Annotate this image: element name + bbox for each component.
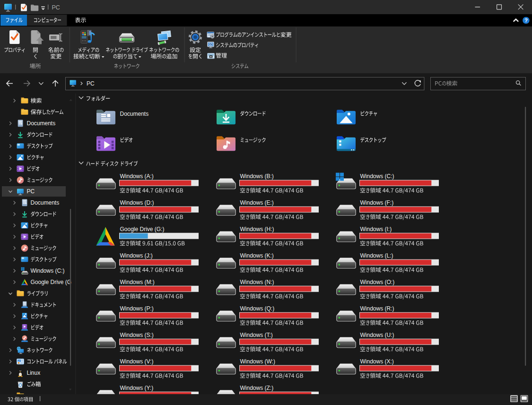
svg-text:Windows (Q:): Windows (Q:) [240, 305, 275, 312]
svg-text:Windows (H:): Windows (H:) [240, 226, 274, 233]
svg-text:Windows (D:): Windows (D:) [120, 199, 154, 206]
svg-text:Windows (R:): Windows (R:) [360, 305, 394, 312]
svg-text:?: ? [524, 17, 528, 23]
svg-text:Windows (U:): Windows (U:) [360, 332, 394, 338]
svg-text:PC: PC [52, 4, 60, 11]
svg-text:Google Drive (G:): Google Drive (G:) [120, 226, 165, 233]
svg-text:Windows (P:): Windows (P:) [120, 305, 154, 312]
svg-text:PC: PC [87, 80, 95, 87]
svg-text:Windows (A:): Windows (A:) [120, 173, 154, 180]
svg-text:Windows (X:): Windows (X:) [360, 358, 394, 365]
svg-text:Windows (L:): Windows (L:) [360, 252, 393, 259]
svg-text:Windows (W:): Windows (W:) [240, 358, 275, 365]
svg-text:Windows (C:): Windows (C:) [360, 173, 394, 180]
svg-text:Windows (K:): Windows (K:) [240, 252, 274, 259]
svg-text:Documents: Documents [31, 199, 60, 206]
svg-text:Documents: Documents [27, 120, 56, 127]
svg-text:Windows (Z:): Windows (Z:) [240, 385, 274, 391]
svg-text:Windows (T:): Windows (T:) [240, 332, 273, 338]
svg-text:Windows (V:): Windows (V:) [120, 358, 154, 365]
svg-text:Google Drive (G:): Google Drive (G:) [31, 279, 75, 285]
svg-text:Windows (I:): Windows (I:) [360, 226, 392, 233]
svg-text:Windows (S:): Windows (S:) [120, 332, 154, 338]
svg-text:Windows (C:): Windows (C:) [31, 267, 65, 274]
svg-text:Documents: Documents [120, 111, 149, 117]
svg-text:Windows (Y:): Windows (Y:) [120, 385, 154, 391]
svg-text:Windows (M:): Windows (M:) [120, 279, 155, 285]
svg-text:Windows (F:): Windows (F:) [360, 199, 394, 206]
svg-text:PC: PC [27, 188, 35, 195]
svg-text:Windows (J:): Windows (J:) [120, 252, 153, 259]
svg-text:Linux: Linux [27, 370, 41, 376]
svg-text:Windows (O:): Windows (O:) [360, 279, 395, 285]
svg-text:Windows (E:): Windows (E:) [240, 199, 274, 206]
svg-text:Windows (N:): Windows (N:) [240, 279, 274, 285]
svg-text:Windows (B:): Windows (B:) [240, 173, 274, 180]
